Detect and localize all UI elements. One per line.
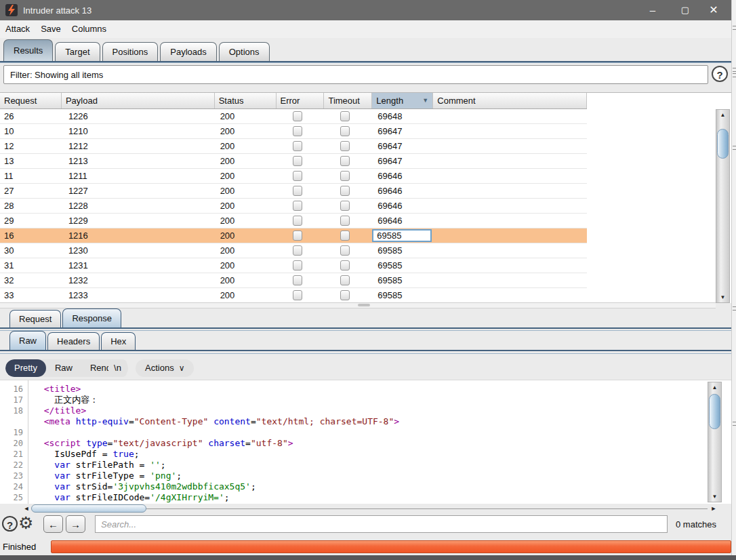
search-next-button[interactable]: →	[66, 515, 85, 533]
code-token: ;	[176, 471, 182, 481]
code-token: type	[86, 438, 107, 448]
help-icon[interactable]: ?	[712, 66, 728, 82]
table-row[interactable]: 16121620069585	[0, 228, 587, 243]
scroll-down-icon[interactable]: ▼	[716, 292, 729, 302]
tab-headers[interactable]: Headers	[47, 332, 100, 350]
table-row[interactable]: 10121020069647	[0, 124, 587, 139]
code-hscrollbar-thumb[interactable]	[31, 504, 146, 513]
tab-raw[interactable]: Raw	[9, 331, 46, 350]
gear-icon[interactable]: ⚙	[18, 513, 33, 533]
code-hscrollbar-track[interactable]	[146, 508, 708, 509]
menu-item-attack[interactable]: Attack	[0, 20, 35, 34]
code-line: <script type="text/javascript" charset="…	[33, 438, 293, 449]
cell-payload: 1228	[62, 199, 215, 213]
timeout-checkbox[interactable]	[340, 141, 350, 151]
code-vertical-scrollbar[interactable]: ▲ ▼	[708, 382, 722, 502]
error-checkbox[interactable]	[293, 245, 302, 256]
close-button[interactable]: ✕	[699, 0, 728, 20]
error-checkbox[interactable]	[293, 141, 302, 151]
table-row[interactable]: 12121220069647	[0, 139, 587, 154]
timeout-checkbox[interactable]	[340, 245, 350, 256]
tab-target[interactable]: Target	[55, 42, 100, 61]
error-checkbox[interactable]	[293, 156, 302, 166]
maximize-button[interactable]: ▢	[671, 0, 699, 20]
timeout-checkbox[interactable]	[340, 231, 350, 241]
render-mode-raw[interactable]: Raw	[46, 359, 81, 377]
show-newlines-button[interactable]: \n	[108, 359, 127, 377]
menu-item-columns[interactable]: Columns	[66, 20, 112, 34]
search-help-icon[interactable]: ?	[2, 516, 18, 532]
match-count: 0 matches	[676, 519, 716, 529]
error-checkbox[interactable]	[293, 126, 302, 136]
timeout-checkbox[interactable]	[340, 290, 350, 300]
timeout-checkbox[interactable]	[340, 171, 350, 181]
scroll-left-icon[interactable]: ◄	[22, 504, 31, 513]
code-line: <meta http-equiv="Content-Type" content=…	[33, 416, 399, 427]
scroll-up-icon[interactable]: ▲	[716, 110, 729, 120]
error-checkbox[interactable]	[293, 260, 302, 271]
timeout-checkbox[interactable]	[340, 156, 350, 166]
tab-payloads[interactable]: Payloads	[160, 42, 216, 61]
tab-options[interactable]: Options	[219, 42, 270, 61]
timeout-checkbox[interactable]	[340, 260, 350, 271]
column-header-error[interactable]: Error	[277, 93, 325, 108]
code-token	[33, 438, 44, 448]
tab-response[interactable]: Response	[62, 308, 121, 327]
column-header-payload[interactable]: Payload	[62, 93, 215, 108]
table-row[interactable]: 29122920069646	[0, 214, 587, 228]
menu-item-save[interactable]: Save	[35, 20, 66, 34]
timeout-checkbox[interactable]	[340, 201, 350, 211]
table-hscrollbar-thumb[interactable]	[358, 304, 370, 306]
error-checkbox[interactable]	[293, 171, 302, 181]
table-row[interactable]: 27122720069646	[0, 184, 587, 199]
search-input[interactable]	[95, 515, 668, 533]
response-code-viewer[interactable]: ▲ ▼ 16 <title>17 正文内容：18 </title> <meta …	[0, 380, 731, 504]
table-scrollbar-thumb[interactable]	[717, 129, 729, 159]
edge-mark	[733, 26, 736, 30]
table-row[interactable]: 30123020069585	[0, 243, 587, 258]
column-header-status[interactable]: Status	[215, 93, 277, 108]
error-checkbox[interactable]	[293, 111, 302, 121]
column-header-comment[interactable]: Comment	[433, 93, 587, 108]
filter-bar[interactable]: Filter: Showing all items	[3, 65, 708, 84]
tab-results[interactable]: Results	[3, 39, 53, 61]
cell-payload: 1231	[62, 258, 215, 273]
table-vertical-scrollbar[interactable]: ▲ ▼	[716, 109, 730, 303]
minimize-button[interactable]: –	[638, 0, 667, 20]
focused-cell[interactable]: 69585	[372, 229, 432, 242]
table-row[interactable]: 28122820069646	[0, 199, 587, 214]
search-previous-button[interactable]: ←	[43, 515, 63, 533]
actions-button[interactable]: Actions∨	[136, 359, 194, 377]
column-header-timeout[interactable]: Timeout	[324, 93, 372, 108]
error-checkbox[interactable]	[293, 231, 302, 241]
timeout-checkbox[interactable]	[340, 216, 350, 226]
table-row[interactable]: 13121320069647	[0, 154, 587, 169]
timeout-checkbox[interactable]	[340, 275, 350, 285]
table-row[interactable]: 33123320069585	[0, 288, 587, 303]
cell-payload: 1211	[62, 169, 215, 183]
code-horizontal-scrollbar[interactable]: ◄ ►	[20, 504, 718, 513]
tab-request[interactable]: Request	[9, 310, 61, 327]
error-checkbox[interactable]	[293, 216, 302, 226]
error-checkbox[interactable]	[293, 201, 302, 211]
render-mode-pretty[interactable]: Pretty	[5, 359, 46, 377]
error-checkbox[interactable]	[293, 290, 302, 300]
timeout-checkbox[interactable]	[340, 126, 350, 136]
scroll-up-icon[interactable]: ▲	[708, 382, 721, 393]
column-header-request[interactable]: Request	[0, 93, 62, 108]
error-checkbox[interactable]	[293, 186, 302, 196]
timeout-checkbox[interactable]	[340, 186, 350, 196]
scroll-down-icon[interactable]: ▼	[708, 492, 721, 502]
code-scrollbar-thumb[interactable]	[709, 394, 720, 429]
tab-hex[interactable]: Hex	[101, 332, 136, 350]
table-row[interactable]: 26122620069648	[0, 109, 587, 124]
tab-positions[interactable]: Positions	[102, 42, 159, 61]
scroll-right-icon[interactable]: ►	[709, 504, 718, 513]
table-row[interactable]: 31123120069585	[0, 258, 587, 273]
error-checkbox[interactable]	[293, 275, 302, 285]
table-row[interactable]: 11121120069646	[0, 169, 587, 184]
table-horizontal-scrollbar[interactable]	[0, 302, 716, 308]
table-row[interactable]: 32123220069585	[0, 273, 587, 288]
timeout-checkbox[interactable]	[340, 111, 350, 121]
column-header-length[interactable]: Length▼	[372, 93, 433, 108]
